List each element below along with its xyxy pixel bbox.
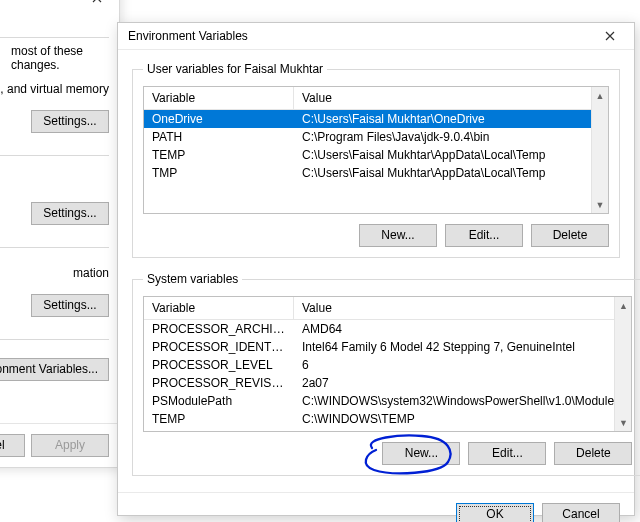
cell-variable: OneDrive bbox=[144, 110, 294, 128]
cell-value: AMD64 bbox=[294, 320, 631, 338]
table-row[interactable]: PROCESSOR_IDENTIFIERIntel64 Family 6 Mod… bbox=[144, 338, 631, 356]
list-header: Variable Value bbox=[144, 297, 631, 320]
cell-variable: PROCESSOR_ARCHITECTURE bbox=[144, 320, 294, 338]
settings-button-2[interactable]: Settings... bbox=[31, 202, 109, 225]
table-row[interactable]: TEMPC:\WINDOWS\TEMP bbox=[144, 410, 631, 428]
table-row[interactable]: PROCESSOR_ARCHITECTUREAMD64 bbox=[144, 320, 631, 338]
dialog-title: Environment Variables bbox=[128, 29, 248, 43]
user-variables-legend: User variables for Faisal Mukhtar bbox=[143, 62, 327, 76]
system-delete-button[interactable]: Delete bbox=[554, 442, 632, 465]
user-new-button[interactable]: New... bbox=[359, 224, 437, 247]
cell-value: C:\WINDOWS\TEMP bbox=[294, 410, 631, 428]
close-icon[interactable] bbox=[77, 0, 117, 11]
scroll-up-icon[interactable]: ▲ bbox=[592, 87, 608, 104]
system-properties-dialog: otection Remote most of these changes. e… bbox=[0, 0, 120, 468]
cell-value: 6 bbox=[294, 356, 631, 374]
system-variables-legend: System variables bbox=[143, 272, 242, 286]
scroll-down-icon[interactable]: ▼ bbox=[615, 414, 631, 431]
system-variables-group: System variables Variable Value PROCESSO… bbox=[132, 272, 640, 476]
header-variable[interactable]: Variable bbox=[144, 87, 294, 109]
cell-variable: TEMP bbox=[144, 146, 294, 164]
cell-value: 2a07 bbox=[294, 374, 631, 392]
table-row[interactable]: PROCESSOR_LEVEL6 bbox=[144, 356, 631, 374]
dialog-buttons: OK Cancel bbox=[118, 492, 634, 522]
cell-variable: PATH bbox=[144, 128, 294, 146]
list-header: Variable Value bbox=[144, 87, 608, 110]
env-titlebar: Environment Variables bbox=[118, 23, 634, 50]
table-row[interactable]: PROCESSOR_REVISION2a07 bbox=[144, 374, 631, 392]
header-value[interactable]: Value bbox=[294, 297, 631, 319]
cell-variable: PROCESSOR_LEVEL bbox=[144, 356, 294, 374]
cancel-button[interactable]: Cancel bbox=[542, 503, 620, 522]
system-new-button[interactable]: New... bbox=[382, 442, 460, 465]
table-row[interactable]: PATHC:\Program Files\Java\jdk-9.0.4\bin bbox=[144, 128, 608, 146]
group-performance-text: e, and virtual memory bbox=[0, 82, 109, 96]
cell-value: C:\WINDOWS\TEMP bbox=[294, 428, 631, 432]
table-row[interactable]: OneDriveC:\Users\Faisal Mukhtar\OneDrive bbox=[144, 110, 608, 128]
environment-variables-dialog: Environment Variables User variables for… bbox=[117, 22, 635, 516]
group-startup-text: mation bbox=[0, 266, 109, 280]
back-apply-button: Apply bbox=[31, 434, 109, 457]
header-variable[interactable]: Variable bbox=[144, 297, 294, 319]
table-row[interactable]: TEMPC:\Users\Faisal Mukhtar\AppData\Loca… bbox=[144, 146, 608, 164]
settings-button-3[interactable]: Settings... bbox=[31, 294, 109, 317]
cell-variable: TMP bbox=[144, 428, 294, 432]
user-variables-list[interactable]: Variable Value OneDriveC:\Users\Faisal M… bbox=[143, 86, 609, 214]
environment-variables-button[interactable]: nvironment Variables... bbox=[0, 358, 109, 381]
cell-value: C:\Users\Faisal Mukhtar\AppData\Local\Te… bbox=[294, 146, 608, 164]
cell-variable: PSModulePath bbox=[144, 392, 294, 410]
group-startup: mation Settings... bbox=[0, 266, 109, 317]
system-variables-list[interactable]: Variable Value PROCESSOR_ARCHITECTUREAMD… bbox=[143, 296, 632, 432]
table-row[interactable]: TMPC:\Users\Faisal Mukhtar\AppData\Local… bbox=[144, 164, 608, 182]
system-edit-button[interactable]: Edit... bbox=[468, 442, 546, 465]
user-delete-button[interactable]: Delete bbox=[531, 224, 609, 247]
scrollbar[interactable]: ▲ ▼ bbox=[591, 87, 608, 213]
group-user-profiles: Settings... bbox=[0, 174, 109, 225]
table-row[interactable]: PSModulePathC:\WINDOWS\system32\WindowsP… bbox=[144, 392, 631, 410]
close-icon[interactable] bbox=[590, 23, 630, 49]
cell-value: Intel64 Family 6 Model 42 Stepping 7, Ge… bbox=[294, 338, 631, 356]
ok-button[interactable]: OK bbox=[456, 503, 534, 522]
settings-button-1[interactable]: Settings... bbox=[31, 110, 109, 133]
cell-value: C:\WINDOWS\system32\WindowsPowerShell\v1… bbox=[294, 392, 631, 410]
user-edit-button[interactable]: Edit... bbox=[445, 224, 523, 247]
header-value[interactable]: Value bbox=[294, 87, 608, 109]
cell-variable: PROCESSOR_IDENTIFIER bbox=[144, 338, 294, 356]
back-tabs: otection Remote bbox=[0, 15, 109, 38]
table-row[interactable]: TMPC:\WINDOWS\TEMP bbox=[144, 428, 631, 432]
group-performance: e, and virtual memory Settings... bbox=[0, 82, 109, 133]
back-note: most of these changes. bbox=[0, 38, 109, 82]
cell-value: C:\Users\Faisal Mukhtar\AppData\Local\Te… bbox=[294, 164, 608, 182]
back-titlebar bbox=[0, 0, 119, 13]
scroll-down-icon[interactable]: ▼ bbox=[592, 196, 608, 213]
cell-variable: TEMP bbox=[144, 410, 294, 428]
cell-value: C:\Program Files\Java\jdk-9.0.4\bin bbox=[294, 128, 608, 146]
scroll-up-icon[interactable]: ▲ bbox=[615, 297, 631, 314]
cell-value: C:\Users\Faisal Mukhtar\OneDrive bbox=[294, 110, 608, 128]
scrollbar[interactable]: ▲ ▼ bbox=[614, 297, 631, 431]
cell-variable: PROCESSOR_REVISION bbox=[144, 374, 294, 392]
cell-variable: TMP bbox=[144, 164, 294, 182]
back-cancel-button[interactable]: Cancel bbox=[0, 434, 25, 457]
user-variables-group: User variables for Faisal Mukhtar Variab… bbox=[132, 62, 620, 258]
